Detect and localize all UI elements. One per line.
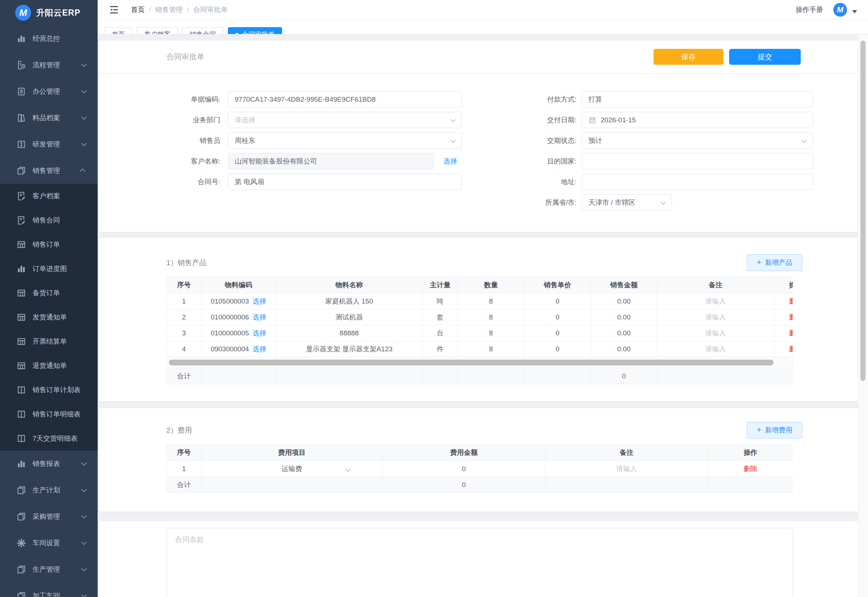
tab-2[interactable]: 销售合同	[182, 27, 224, 34]
add-fee-button[interactable]: + 新增费用	[747, 422, 802, 438]
sidebar-item-18[interactable]: 生产计划	[0, 477, 98, 503]
sidebar-item-14[interactable]: 销售订单计划表	[0, 378, 98, 402]
tab-3[interactable]: 合同审批单	[228, 27, 282, 34]
tab-0[interactable]: 首页	[104, 27, 132, 34]
sidebar-item-3[interactable]: 料品档案	[0, 105, 98, 131]
product-qty[interactable]: 8	[458, 293, 524, 309]
input-field-left-0[interactable]: 9770CA17-3497-4DB2-995E-B49E9CF61BD8	[228, 91, 462, 107]
field-label: 交付日期:	[488, 116, 576, 125]
add-product-button[interactable]: + 新增产品	[747, 254, 802, 271]
sidebar-nav: 经营总控 流程管理 办公管理 料品档案 研发管理 销售管理 客户档案 销售合同 …	[0, 25, 98, 597]
delete-product-link[interactable]: 删除	[774, 293, 793, 309]
fee-note-input[interactable]: 请输入	[545, 461, 708, 477]
products-total-label: 合计	[167, 368, 201, 384]
sidebar-item-20[interactable]: 车间设置	[0, 530, 98, 556]
user-avatar[interactable]: M	[833, 3, 847, 16]
submit-button[interactable]: 提交	[729, 49, 801, 65]
fee-amount[interactable]: 0	[383, 461, 545, 477]
breadcrumb-separator: /	[187, 6, 189, 14]
logo: M 升阳云ERP	[0, 0, 98, 25]
menu-fold-icon[interactable]	[108, 4, 119, 15]
sidebar-item-5[interactable]: 销售管理	[0, 157, 98, 184]
field-label: 业务部门	[153, 116, 220, 125]
product-qty[interactable]: 8	[458, 341, 524, 357]
product-price[interactable]: 0	[524, 293, 591, 309]
sidebar-item-10[interactable]: 备货订单	[0, 281, 98, 305]
sidebar-item-11[interactable]: 发货通知单	[0, 305, 98, 329]
sidebar-item-2[interactable]: 办公管理	[0, 78, 98, 105]
product-note-input[interactable]: 请输入	[657, 293, 774, 309]
chevron-down-icon	[81, 88, 87, 94]
delete-fee-link[interactable]: 删除	[708, 461, 793, 477]
sidebar-item-8[interactable]: 销售订单	[0, 232, 98, 257]
open-book-icon	[16, 434, 27, 444]
chevron-down-icon	[81, 114, 87, 120]
main-area: 首页 / 销售管理 / 合同审批单 操作手册 M 首页 客户档案 销售合同 合同…	[98, 0, 868, 597]
fees-col-header: 备注	[545, 445, 708, 461]
product-note-input[interactable]: 请输入	[657, 309, 774, 325]
breadcrumb-home[interactable]: 首页	[131, 5, 145, 15]
input-field-right-4[interactable]	[582, 174, 813, 190]
sidebar-item-4[interactable]: 研发管理	[0, 131, 98, 157]
field-label: 地址:	[488, 177, 576, 187]
sidebar-item-12[interactable]: 开票结算单	[0, 329, 98, 353]
fee-item-select[interactable]: 运输费	[201, 461, 383, 477]
breadcrumb-sales[interactable]: 销售管理	[155, 5, 183, 15]
select-field-left-1[interactable]: 请选择	[228, 112, 462, 128]
delete-product-link[interactable]: 删除	[774, 341, 793, 357]
select-field-right-2[interactable]: 预计	[582, 132, 813, 149]
select-field-right-5[interactable]: 天津市 / 市辖区	[582, 194, 672, 211]
sidebar-item-0[interactable]: 经营总控	[0, 25, 98, 52]
product-price[interactable]: 0	[524, 325, 591, 341]
chevron-down-icon	[81, 539, 87, 545]
select-material-link[interactable]: 选择	[252, 313, 266, 321]
select-field-left-2[interactable]: 周桂东	[228, 132, 462, 149]
delete-product-link[interactable]: 删除	[774, 325, 793, 341]
product-qty[interactable]: 8	[458, 309, 524, 325]
sidebar-item-16[interactable]: 7天交货明细表	[0, 426, 98, 450]
delete-product-link[interactable]: 删除	[774, 309, 793, 325]
sidebar-item-17[interactable]: 销售报表	[0, 450, 98, 477]
vertical-scrollbar-thumb[interactable]	[861, 40, 865, 381]
products-table: 序号物料编码物料名称主计量数量销售单价销售金额备注操作 1 0105000003…	[166, 277, 793, 357]
tab-1[interactable]: 客户档案	[137, 27, 178, 34]
product-qty[interactable]: 8	[458, 325, 524, 341]
horizontal-scrollbar-thumb[interactable]	[169, 359, 773, 365]
product-price[interactable]: 0	[524, 309, 591, 325]
input-field-right-3[interactable]	[582, 153, 813, 169]
input-field-left-4[interactable]: 第 电风扇	[228, 174, 462, 190]
sidebar-item-22[interactable]: 加工车间	[0, 582, 98, 597]
sidebar-item-6[interactable]: 客户档案	[0, 184, 98, 208]
products-card: 1）销售产品 + 新增产品 序号物料编码物料名称主计量数量销售单价销售金额备注操…	[99, 238, 866, 401]
select-material-link[interactable]: 选择	[252, 345, 266, 353]
form-row: 地址:	[488, 174, 818, 190]
sidebar-item-label: 研发管理	[33, 140, 60, 149]
fee-no: 1	[167, 461, 201, 477]
product-price[interactable]: 0	[524, 341, 591, 357]
sidebar-item-7[interactable]: 销售合同	[0, 208, 98, 232]
sidebar-item-13[interactable]: 退货通知单	[0, 353, 98, 378]
input-field-left-3[interactable]: 山河智能装备股份有限公司	[228, 153, 434, 169]
contract-terms-textarea[interactable]: 合同条款	[167, 528, 793, 597]
customer-pick-link[interactable]: 选择	[443, 157, 457, 166]
sidebar-item-21[interactable]: 生产管理	[0, 556, 98, 582]
input-field-right-1[interactable]: 2026-01-15	[582, 112, 813, 128]
user-caret-down-icon[interactable]	[852, 10, 857, 13]
product-amount: 0.00	[591, 325, 657, 341]
select-material-link[interactable]: 选择	[252, 329, 266, 337]
chevron-down-icon	[81, 141, 87, 147]
form-row: 销售员 周桂东	[153, 132, 462, 149]
select-material-link[interactable]: 选择	[252, 297, 266, 305]
save-button[interactable]: 保存	[653, 49, 723, 65]
sidebar-item-19[interactable]: 采购管理	[0, 503, 98, 530]
sidebar-item-15[interactable]: 销售订单明细表	[0, 402, 98, 426]
input-field-right-0[interactable]: 打算	[582, 91, 813, 107]
sidebar-item-9[interactable]: 订单进度图	[0, 257, 98, 281]
product-note-input[interactable]: 请输入	[657, 341, 774, 357]
copy-icon	[16, 564, 27, 575]
sidebar-item-label: 车间设置	[33, 538, 60, 548]
manual-link[interactable]: 操作手册	[795, 5, 823, 15]
product-note-input[interactable]: 请输入	[657, 325, 774, 341]
sidebar-item-1[interactable]: 流程管理	[0, 52, 98, 78]
form-row: 单据编码: 9770CA17-3497-4DB2-995E-B49E9CF61B…	[153, 91, 462, 107]
